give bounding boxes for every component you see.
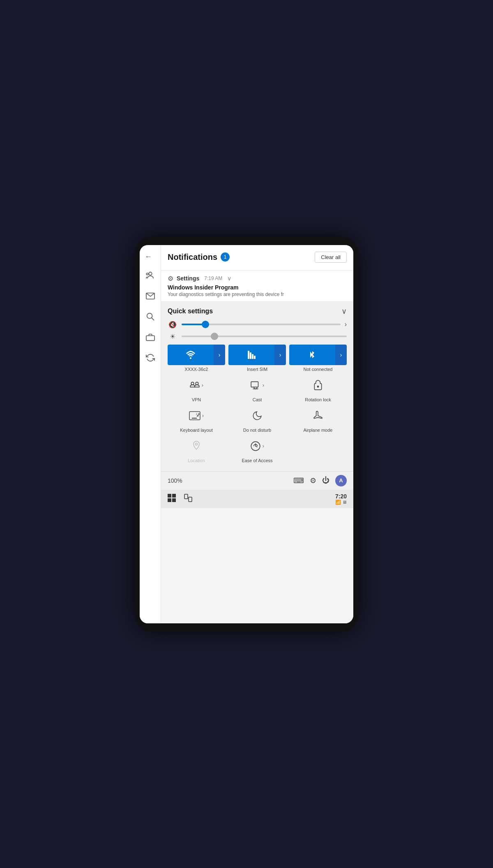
dnd-tile-label: Do not disturb <box>243 428 271 433</box>
location-tile-label: Location <box>188 458 205 463</box>
sim-tile-arrow[interactable]: › <box>274 345 286 365</box>
wifi-tile-label: XXXX-36c2 <box>185 367 208 372</box>
vpn-tile-icon-row[interactable]: › <box>189 375 203 396</box>
sidebar-item-briefcase[interactable] <box>145 331 156 343</box>
settings-icon[interactable]: ⚙ <box>310 476 316 485</box>
cast-tile-icon-row[interactable]: › <box>250 375 264 396</box>
svg-rect-10 <box>254 356 256 359</box>
rotation-lock-tile-label: Rotation lock <box>305 397 331 402</box>
svg-point-28 <box>196 443 198 445</box>
clear-all-button[interactable]: Clear all <box>315 252 347 263</box>
keyboard-layout-icon-row[interactable]: A › <box>189 405 204 426</box>
svg-rect-7 <box>248 351 249 359</box>
svg-rect-32 <box>168 498 171 502</box>
notification-item[interactable]: ⚙ Settings 7:19 AM ∨ Windows Insider Pro… <box>161 271 353 302</box>
svg-point-15 <box>317 386 318 387</box>
tile-row-1: › XXXX-36c2 <box>168 345 347 372</box>
notif-source-name: Settings <box>177 275 199 282</box>
sidebar-item-people[interactable] <box>145 270 156 281</box>
wifi-tile-btn[interactable]: › <box>168 345 225 365</box>
svg-point-11 <box>191 382 194 385</box>
ease-of-access-arrow-icon: › <box>263 443 264 449</box>
empty-tile <box>289 436 347 463</box>
airplane-mode-tile-label: Airplane mode <box>304 428 333 433</box>
rotation-lock-tile: Rotation lock <box>289 375 347 402</box>
ease-of-access-tile-label: Ease of Access <box>242 458 272 463</box>
keyboard-layout-arrow-icon: › <box>202 412 204 419</box>
rotation-lock-icon-row[interactable] <box>313 375 323 396</box>
keyboard-icon[interactable]: ⌨ <box>293 476 304 485</box>
sidebar-item-mail[interactable] <box>145 290 156 302</box>
quick-settings-panel: Quick settings ∨ 🔇 › ☀ <box>161 302 353 471</box>
bluetooth-tile-btn[interactable]: › <box>289 345 347 365</box>
quick-settings-expand-icon[interactable]: ∨ <box>341 307 347 316</box>
brightness-slider-row: ☀ <box>168 333 347 340</box>
wifi-tile-main[interactable] <box>168 345 214 365</box>
phone-frame: ← <box>136 237 357 632</box>
svg-rect-13 <box>251 382 258 387</box>
sim-tile-main[interactable] <box>228 345 274 365</box>
airplane-mode-tile: Airplane mode <box>289 405 347 433</box>
dnd-tile: Do not disturb <box>228 405 286 433</box>
svg-point-12 <box>196 382 198 385</box>
tile-row-3: A › Keyboard layout Do not disturb <box>168 405 347 433</box>
sim-tile-group: › Insert SIM <box>228 345 286 372</box>
phone-screen: ← <box>140 245 353 623</box>
brightness-slider-thumb <box>211 333 218 340</box>
taskbar-right: 7:20 📶 🖥 <box>335 493 347 505</box>
location-icon-row[interactable] <box>191 436 201 456</box>
bottom-bar: 100% ⌨ ⚙ ⏻ A <box>161 471 353 490</box>
notif-title: Windows Insider Program <box>168 284 347 291</box>
windows-start-icon[interactable] <box>168 494 176 504</box>
svg-rect-5 <box>146 336 154 340</box>
taskbar-time: 7:20 <box>335 493 347 500</box>
cast-tile: › Cast <box>228 375 286 402</box>
keyboard-layout-tile-label: Keyboard layout <box>180 428 213 433</box>
taskbar-left <box>168 494 192 504</box>
location-tile: Location <box>168 436 225 463</box>
bluetooth-tile-arrow[interactable]: › <box>335 345 347 365</box>
ease-of-access-tile: › Ease of Access <box>228 436 286 463</box>
vpn-tile: › VPN <box>168 375 225 402</box>
notifications-header: Notifications 1 Clear all <box>161 245 353 271</box>
sim-tile-btn[interactable]: › <box>228 345 286 365</box>
svg-rect-9 <box>252 354 253 359</box>
volume-slider-track[interactable] <box>182 324 341 325</box>
keyboard-layout-tile: A › Keyboard layout <box>168 405 225 433</box>
airplane-mode-icon-row[interactable] <box>313 405 323 426</box>
svg-text:A: A <box>196 413 198 415</box>
svg-point-3 <box>147 313 152 318</box>
sidebar: ← <box>140 245 161 623</box>
wifi-tile-arrow[interactable]: › <box>214 345 225 365</box>
back-button[interactable]: ← <box>145 252 152 261</box>
quick-settings-title: Quick settings <box>168 308 213 315</box>
taskbar: 7:20 📶 🖥 <box>161 490 353 508</box>
tile-row-2: › VPN › Cast <box>168 375 347 402</box>
taskbar-status-icons: 📶 🖥 <box>335 500 347 505</box>
svg-rect-33 <box>172 498 176 502</box>
dnd-icon-row[interactable] <box>252 405 263 426</box>
notif-expand-icon[interactable]: ∨ <box>227 275 231 282</box>
bluetooth-tile-group: › Not connected <box>289 345 347 372</box>
brightness-slider-track[interactable] <box>182 336 347 337</box>
ease-of-access-icon-row[interactable]: › <box>250 436 264 456</box>
volume-arrow-icon[interactable]: › <box>345 321 347 328</box>
svg-rect-30 <box>168 494 171 498</box>
user-avatar[interactable]: A <box>335 475 347 486</box>
task-view-icon[interactable] <box>184 494 192 504</box>
bluetooth-tile-main[interactable] <box>289 345 335 365</box>
bluetooth-tile-label: Not connected <box>304 367 333 372</box>
power-icon[interactable]: ⏻ <box>322 476 329 485</box>
notif-time: 7:19 AM <box>204 275 222 281</box>
brightness-slider-fill <box>182 336 214 337</box>
volume-mute-icon: 🔇 <box>168 321 177 329</box>
quick-settings-header: Quick settings ∨ <box>168 307 347 316</box>
sidebar-item-search[interactable] <box>145 311 156 322</box>
brightness-icon: ☀ <box>168 333 177 340</box>
cast-tile-label: Cast <box>253 397 262 402</box>
svg-point-0 <box>149 272 152 275</box>
notifications-title: Notifications <box>168 252 217 262</box>
sidebar-item-sync[interactable] <box>145 352 156 363</box>
notif-body: Your diagnostics settings are preventing… <box>168 292 347 297</box>
vpn-arrow-icon: › <box>202 382 203 388</box>
